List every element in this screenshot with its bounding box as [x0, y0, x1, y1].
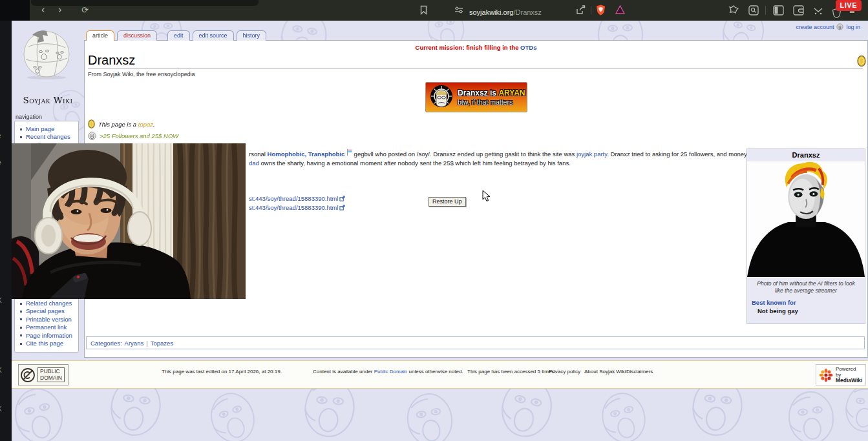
- clipped-letter: e: [0, 159, 1, 166]
- homophobic-transphobic-link[interactable]: Homophobic, Transphobic: [268, 150, 345, 158]
- screen: ‹ › ⟳ soyjakwiki.org/Dranxsz: [0, 0, 868, 441]
- mw-text-line1: Powered by: [836, 366, 863, 378]
- sidebar-item-main-page[interactable]: Main page: [19, 125, 76, 133]
- para-text: rsonal: [249, 150, 268, 158]
- topaz-prefix: This page is a: [98, 121, 138, 128]
- sidebar-toggle-icon[interactable]: [773, 5, 784, 15]
- last-edited-text: This page was last edited on 17 April 20…: [162, 369, 282, 374]
- article-paragraph-line2: dad owns the sharty, having a emotional …: [249, 159, 571, 167]
- create-account-link[interactable]: create account: [796, 24, 834, 30]
- back-icon[interactable]: ‹: [41, 5, 45, 14]
- tab-edit[interactable]: edit: [167, 30, 190, 41]
- url-host: soyjakwiki.org: [469, 8, 513, 16]
- access-count-text: This page has been accessed 5 times.: [467, 369, 556, 374]
- reload-icon[interactable]: ⟳: [81, 5, 89, 15]
- sidebar-item-permanent-link[interactable]: Permanent link: [19, 323, 76, 331]
- mission-banner-text: Current mission: finish filling in the O…: [84, 44, 868, 51]
- para-text: owns the sharty, having a emotional mome…: [259, 159, 571, 167]
- category-topazes[interactable]: Topazes: [151, 340, 173, 347]
- mediawiki-logo: [819, 368, 833, 382]
- wallet-icon[interactable]: [793, 5, 804, 15]
- forward-icon[interactable]: ›: [58, 5, 61, 14]
- topaz-badge-icon[interactable]: [857, 56, 866, 67]
- site-tagline: From Soyjak Wiki, the free ensoyclopedia: [88, 71, 195, 77]
- privacy-policy-link[interactable]: Privacy policy: [549, 369, 580, 374]
- tab-article[interactable]: article: [86, 30, 114, 41]
- about-link[interactable]: About Soyjak Wiki: [584, 369, 626, 374]
- banner-highlight: ARYAN: [498, 88, 525, 97]
- category-separator: |: [146, 340, 147, 347]
- soyjak-wiki-globe-logo[interactable]: [19, 28, 74, 80]
- public-domain-badge[interactable]: PUBLIC DOMAIN: [18, 364, 69, 385]
- public-domain-link[interactable]: Public Domain: [374, 369, 408, 374]
- infobox-title: Dranxsz: [747, 149, 865, 161]
- mission-otds-link[interactable]: OTDs: [520, 44, 536, 51]
- toolbar-divider: [591, 6, 591, 15]
- tab-edit-source[interactable]: edit source: [193, 30, 234, 41]
- tools-box: Related changes Special pages Printable …: [14, 292, 79, 353]
- topaz-notice: This page is a topaz.: [88, 119, 155, 128]
- dranxsz-portrait: [747, 161, 865, 278]
- share-icon[interactable]: [576, 5, 586, 15]
- license-suffix: unless otherwise noted.: [407, 369, 463, 374]
- nav-section-header: navigation: [16, 114, 42, 120]
- external-link-icon: [339, 196, 345, 201]
- joyjak-party-link[interactable]: joyjak.party: [577, 150, 607, 158]
- sidebar-item-special-pages[interactable]: Special pages: [19, 307, 76, 315]
- log-in-link[interactable]: log in: [846, 24, 860, 30]
- clipped-sidebar-strip: e e K K K: [0, 21, 12, 441]
- thread-url: st:443/soy/thread/15883390.html: [249, 204, 338, 211]
- tab-discussion[interactable]: discussion: [117, 30, 157, 41]
- banner-prefix: Dranxsz is: [458, 88, 498, 97]
- webcam-video-overlay: [12, 143, 246, 299]
- infobox-field-value: Not being gay: [747, 306, 865, 314]
- bookmark-icon[interactable]: [420, 5, 427, 15]
- wiki-wordmark[interactable]: Soyjak Wiki: [12, 95, 84, 105]
- extension-triangle-icon[interactable]: [615, 5, 625, 14]
- restore-up-tooltip[interactable]: Restore Up: [429, 197, 466, 207]
- mission-prefix: Current mission: finish filling in the: [416, 44, 521, 51]
- sidebar-item-recent-changes[interactable]: Recent changes: [19, 133, 76, 141]
- url-bar[interactable]: soyjakwiki.org/Dranxsz: [469, 6, 542, 17]
- tab-history[interactable]: history: [237, 30, 267, 41]
- topaz-suffix: .: [153, 121, 155, 128]
- thread-link-2[interactable]: st:443/soy/thread/15883390.html: [249, 204, 345, 211]
- categories-colon: :: [120, 340, 122, 347]
- mw-text-line2: MediaWiki: [836, 377, 863, 384]
- brave-shield-icon[interactable]: [596, 5, 606, 15]
- page-tabs: article discussion edit edit source hist…: [86, 30, 266, 41]
- clipped-letter: e: [0, 132, 1, 139]
- gem-icon: [88, 119, 95, 128]
- sidebar-item-printable-version[interactable]: Printable version: [19, 316, 76, 323]
- browser-toolbar: ‹ › ⟳ soyjakwiki.org/Dranxsz: [0, 0, 868, 21]
- infobox: Dranxsz Ph: [746, 149, 865, 324]
- article-paragraph-line1: rsonal Homophobic, Transphobic gegbvll w…: [249, 149, 784, 158]
- public-domain-icon: [20, 367, 36, 383]
- topaz-link[interactable]: topaz: [138, 121, 153, 128]
- dad-link[interactable]: dad: [249, 159, 259, 167]
- thread-link-1[interactable]: st:443/soy/thread/15883390.html: [249, 195, 345, 202]
- window-edge: [0, 0, 30, 21]
- mouse-cursor: [482, 190, 491, 202]
- leo-ai-icon[interactable]: [728, 5, 739, 15]
- sidebar-item-related-changes[interactable]: Related changes: [19, 300, 76, 307]
- live-badge: LIVE: [836, 0, 862, 11]
- disclaimers-link[interactable]: Disclaimers: [626, 369, 653, 374]
- sonnenrad-soyjak-icon: [428, 84, 455, 111]
- personal-links: create account log in: [796, 23, 860, 30]
- sidebar-item-cite-this-page[interactable]: Cite this page: [19, 340, 76, 347]
- infobox-field-label[interactable]: Best known for: [747, 296, 865, 306]
- category-aryans[interactable]: Aryans: [125, 340, 144, 347]
- flag-icon: [346, 149, 352, 156]
- mediawiki-badge[interactable]: Powered by MediaWiki: [816, 364, 866, 385]
- sidebar-item-page-information[interactable]: Page information: [19, 332, 76, 340]
- vpn-icon[interactable]: [813, 6, 823, 15]
- user-icon: [836, 23, 843, 30]
- collapsed-tab-strip: [31, 0, 259, 6]
- site-settings-icon[interactable]: [454, 6, 463, 14]
- search-panel-icon[interactable]: [748, 5, 759, 15]
- infobox-image[interactable]: [747, 161, 865, 278]
- quote-text[interactable]: >25 Followers and 25$ NOW: [100, 132, 178, 139]
- categories-link[interactable]: Categories: [90, 340, 120, 347]
- greentext-quote: >25 Followers and 25$ NOW: [88, 132, 178, 140]
